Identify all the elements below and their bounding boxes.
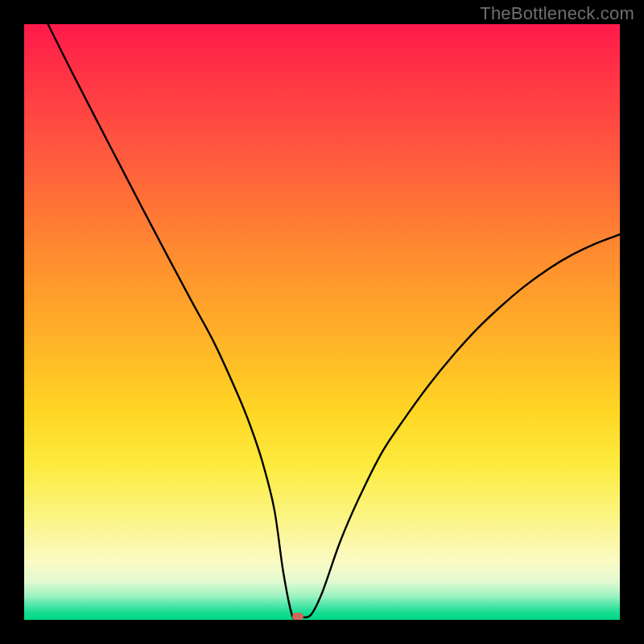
chart-frame: TheBottleneck.com [0,0,644,644]
watermark-text: TheBottleneck.com [480,3,634,24]
plot-area [24,24,620,620]
optimal-point-marker [292,613,303,620]
curve-svg [24,24,620,620]
bottleneck-curve [48,24,620,619]
